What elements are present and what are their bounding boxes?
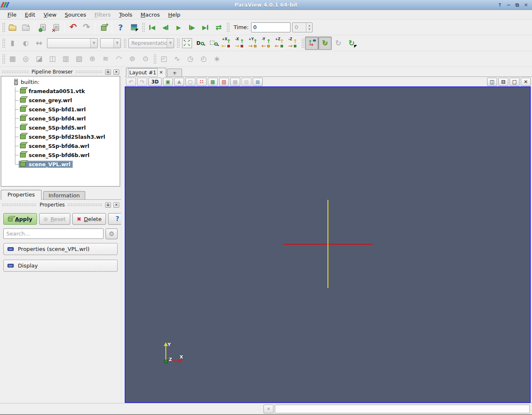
crosshair-vertical-line <box>328 200 328 288</box>
abort-icon[interactable]: ✕ <box>264 405 273 413</box>
menu-tools[interactable]: Tools <box>115 11 136 19</box>
tab-layout-1[interactable]: Layout #1 ✕ <box>126 68 166 77</box>
search-input[interactable] <box>3 228 103 239</box>
open-file-button[interactable] <box>6 21 19 34</box>
dataset-cube-icon <box>20 152 26 157</box>
gradsq-icon: ◤ <box>131 24 137 30</box>
axis-icon: +X↑← <box>221 37 233 49</box>
pipeline-item[interactable]: scene_VPL.wrl <box>1 160 120 169</box>
view-minus-y-button[interactable]: -Y↑← <box>260 37 273 50</box>
dock-grip <box>2 70 29 74</box>
auto-apply-button[interactable]: ◤ <box>127 21 140 34</box>
zoom-to-box-button[interactable] <box>207 37 220 50</box>
close-view-button[interactable]: ✕ <box>521 78 531 86</box>
connect-server-button[interactable] <box>36 21 49 34</box>
render-view-3d[interactable]: Y Z X <box>125 86 531 403</box>
vcr-bar <box>207 25 208 30</box>
glyph-icon: ▲ <box>177 79 181 84</box>
disconnect-server-button[interactable]: ✕ <box>49 21 63 34</box>
pipeline-item-builtin[interactable]: builtin: <box>1 77 120 86</box>
eye-icon <box>313 39 316 42</box>
menu-view[interactable]: View <box>39 11 61 19</box>
play-button[interactable]: ▶ <box>172 21 185 34</box>
horizontal-arrow-icon: → <box>288 43 293 49</box>
select-cells-through-button[interactable]: ▢ <box>185 78 195 86</box>
axis-square-icon <box>227 45 230 47</box>
select-points-on-button[interactable]: ▲ <box>174 78 184 86</box>
view-minus-z-button[interactable]: -Z↑→ <box>287 37 300 50</box>
select-points-through-button[interactable]: ∷ <box>197 78 207 86</box>
show-center-button[interactable]: ↻ <box>318 37 332 50</box>
menu-edit[interactable]: Edit <box>21 11 39 19</box>
center-axes-visibility-button[interactable]: ↑→ <box>305 37 318 50</box>
properties-section-header[interactable]: Properties (scene_VPL.wrl) <box>3 243 118 255</box>
pipeline-item[interactable]: scene_SSp-bfd2Slash3.wrl <box>1 132 120 141</box>
pick-center-button[interactable]: ↻◤ <box>345 37 358 50</box>
vcr-bar <box>167 25 168 30</box>
view-plus-x-button[interactable]: +X↑← <box>220 37 234 50</box>
delete-button[interactable]: ✖ Delete <box>72 213 106 225</box>
new-layout-tab[interactable]: + <box>167 69 182 76</box>
menu-macros[interactable]: Macros <box>136 11 164 19</box>
pipeline-item[interactable]: scene_SSp-bfd6a.wrl <box>1 141 120 150</box>
display-section-header[interactable]: Display <box>3 260 118 272</box>
minimize-button[interactable]: − <box>505 2 512 8</box>
tab-properties[interactable]: Properties <box>1 190 42 200</box>
panel-splitter[interactable] <box>121 67 125 403</box>
glyph-icon: ◠ <box>116 55 122 62</box>
view-mode-3d-button[interactable]: 3D <box>148 78 162 86</box>
axis-square-icon <box>294 45 296 47</box>
split-horizontal-button[interactable]: ◫ <box>487 78 497 86</box>
vcr-triangle: ▶ <box>177 25 181 30</box>
dock-float-icon[interactable]: ⧉ <box>105 202 111 208</box>
restore-button[interactable]: ⧉ <box>514 2 521 8</box>
pipeline-item[interactable]: framedata0051.vtk <box>1 86 120 96</box>
menu-help[interactable]: Help <box>164 11 185 19</box>
export-scene-button[interactable]: ↗ <box>97 21 110 34</box>
dock-close-icon[interactable]: ✕ <box>113 69 119 75</box>
redo-button: ↷ <box>80 21 93 34</box>
tab-information[interactable]: Information <box>43 191 85 199</box>
select-cells-on-button[interactable]: ▣ <box>163 78 173 86</box>
view-settings-button[interactable]: ≡ <box>253 78 263 86</box>
tree-branch-line <box>15 155 19 155</box>
left-panel: Pipeline Browser ⧉ ✕ builtin:framedata00… <box>0 67 121 403</box>
next-frame-button[interactable]: ▶ <box>185 21 199 34</box>
glyph-icon: ≡ <box>255 79 260 85</box>
select-block-button[interactable]: ▤ <box>230 78 240 86</box>
menu-file[interactable]: File <box>3 11 21 19</box>
pipeline-item[interactable]: scene_SSp-bfd4.wrl <box>1 114 120 123</box>
pipeline-item[interactable]: scene_SSp-bfd1.wrl <box>1 105 120 114</box>
previous-frame-button[interactable]: ◀ <box>159 21 172 34</box>
split-vertical-button[interactable]: ⊟ <box>498 78 508 86</box>
glyph-icon: ▨ <box>222 79 226 84</box>
camera-redo-button: ↷ <box>137 78 147 86</box>
view-plus-z-button[interactable]: +Z↑← <box>273 37 287 50</box>
close-tab-icon[interactable]: ✕ <box>159 70 163 75</box>
menu-sources[interactable]: Sources <box>61 11 90 19</box>
undo-button[interactable]: ↶ <box>66 21 80 34</box>
apply-button[interactable]: Apply <box>3 213 37 225</box>
magnifier-icon <box>201 42 204 45</box>
zoom-to-data-button[interactable]: D <box>194 37 207 50</box>
gear-icon[interactable]: ⚙ <box>106 228 118 239</box>
loop-button[interactable]: ⇄ <box>212 21 225 34</box>
pipeline-item[interactable]: scene_grey.wrl <box>1 96 120 105</box>
dock-float-icon[interactable]: ⧉ <box>105 69 111 75</box>
interactive-select-cells-button[interactable]: ▩ <box>208 78 218 86</box>
shade-button[interactable]: ↑ <box>496 2 503 8</box>
pipeline-item[interactable]: scene_SSp-bfd5.wrl <box>1 123 120 132</box>
maximize-view-button[interactable]: □ <box>510 78 520 86</box>
time-input[interactable] <box>251 22 291 32</box>
reset-camera-button[interactable]: ↖↗↙↘ <box>180 37 194 50</box>
first-frame-button[interactable]: ◀ <box>145 21 159 34</box>
vcr-icon: ▶ <box>177 25 181 30</box>
close-button[interactable]: ✕ <box>522 2 530 8</box>
view-plus-y-button[interactable]: +Y↑→ <box>247 37 260 50</box>
last-frame-button[interactable]: ▶ <box>199 21 212 34</box>
view-minus-x-button[interactable]: -X↑→ <box>234 37 247 50</box>
dock-close-icon[interactable]: ✕ <box>113 202 119 208</box>
help-button[interactable]: ? <box>114 21 127 34</box>
pipeline-item[interactable]: scene_SSp-bfd6b.wrl <box>1 150 120 160</box>
interactive-select-points-button[interactable]: ▨ <box>219 78 229 86</box>
